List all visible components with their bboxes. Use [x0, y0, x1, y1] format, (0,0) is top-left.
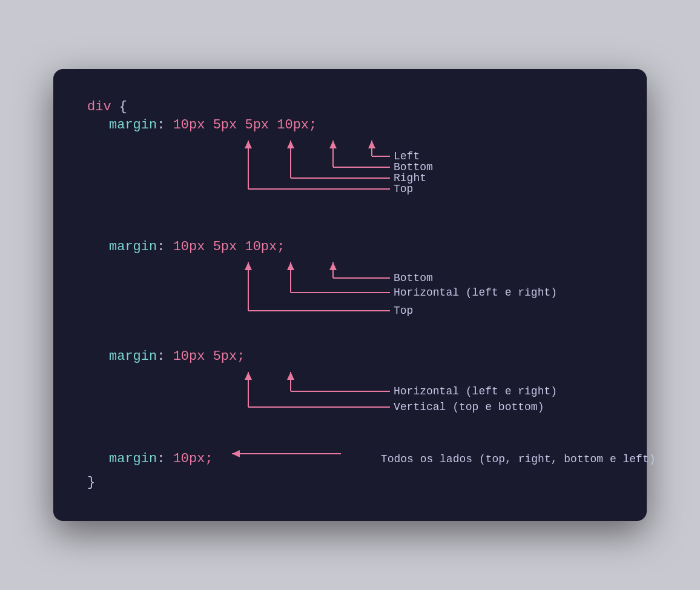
- svg-text:Top: Top: [394, 183, 413, 195]
- diagram-2: Vertical (top e bottom) Horizontal (left…: [87, 369, 613, 423]
- section-four-values: margin : 10px 5px 5px 10px ;: [87, 116, 613, 216]
- svg-marker-5: [287, 141, 294, 148]
- open-brace: {: [111, 98, 127, 117]
- semi-1: ;: [205, 450, 213, 469]
- val-4-2: 5px: [213, 116, 245, 135]
- val-4-1: 10px: [173, 116, 213, 135]
- margin-line-4: margin : 10px 5px 5px 10px ;: [87, 116, 613, 135]
- colon-2: :: [157, 348, 173, 366]
- label-all-sides: Todos os lados (top, right, bottom e lef…: [374, 452, 655, 467]
- section-three-values: margin : 10px 5px 10px ; Top: [87, 238, 613, 326]
- div-open-line: div {: [87, 98, 613, 117]
- val-4-4: 10px: [277, 116, 309, 135]
- svg-marker-29: [245, 372, 252, 380]
- margin-line-1: margin : 10px ; Todos os lados (top, rig…: [87, 445, 613, 469]
- diagram-3: Top Horizontal (left e right) Bottom: [87, 259, 613, 326]
- margin-line-3: margin : 10px 5px 10px ;: [87, 238, 613, 257]
- arrows-svg-4: Top Right Bottom Left: [87, 138, 511, 216]
- svg-marker-9: [329, 141, 337, 148]
- svg-text:Bottom: Bottom: [394, 161, 433, 173]
- colon-4: :: [157, 116, 173, 135]
- colon-3: :: [157, 238, 173, 257]
- arrows-svg-2: Vertical (top e bottom) Horizontal (left…: [87, 369, 511, 423]
- div-close-line: }: [87, 474, 613, 492]
- semi-2: ;: [237, 348, 245, 366]
- svg-text:Bottom: Bottom: [394, 272, 433, 284]
- val-1-1: 10px: [173, 450, 205, 469]
- property-4: margin: [109, 116, 157, 135]
- semi-4: ;: [309, 116, 317, 135]
- val-3-2: 5px: [213, 238, 245, 257]
- val-4-3: 5px: [245, 116, 277, 135]
- svg-text:Right: Right: [394, 172, 426, 184]
- colon-1: :: [157, 450, 173, 469]
- svg-marker-33: [287, 372, 294, 380]
- property-3: margin: [109, 238, 157, 257]
- property-1: margin: [109, 450, 157, 469]
- svg-marker-25: [329, 262, 337, 270]
- section-two-values: margin : 10px 5px ; Vertical (top e bott…: [87, 348, 613, 423]
- svg-text:Top: Top: [394, 305, 413, 317]
- diagram-4: Top Right Bottom Left: [87, 138, 613, 216]
- svg-text:Horizontal (left e right): Horizontal (left e right): [394, 385, 557, 397]
- close-brace: }: [87, 474, 95, 492]
- val-2-1: 10px: [173, 348, 213, 366]
- arrow-svg-1: [229, 445, 374, 462]
- margin-line-2: margin : 10px 5px ;: [87, 348, 613, 366]
- code-block: div { margin : 10px 5px 5px 10px ;: [87, 98, 613, 492]
- property-2: margin: [109, 348, 157, 366]
- svg-text:Horizontal (left e right): Horizontal (left e right): [394, 287, 557, 299]
- svg-marker-1: [245, 141, 252, 148]
- svg-text:Vertical (top e bottom): Vertical (top e bottom): [394, 401, 544, 413]
- val-3-3: 10px: [245, 238, 277, 257]
- svg-marker-17: [245, 262, 252, 270]
- val-2-2: 5px: [213, 348, 237, 366]
- svg-marker-13: [368, 141, 375, 148]
- val-3-1: 10px: [173, 238, 213, 257]
- div-keyword: div: [87, 98, 111, 117]
- svg-marker-37: [232, 450, 240, 457]
- section-one-value: margin : 10px ; Todos os lados (top, rig…: [87, 445, 613, 469]
- code-card: div { margin : 10px 5px 5px 10px ;: [53, 69, 647, 522]
- svg-text:Left: Left: [394, 150, 420, 162]
- arrows-svg-3: Top Horizontal (left e right) Bottom: [87, 259, 511, 326]
- semi-3: ;: [277, 238, 285, 257]
- svg-marker-21: [287, 262, 294, 270]
